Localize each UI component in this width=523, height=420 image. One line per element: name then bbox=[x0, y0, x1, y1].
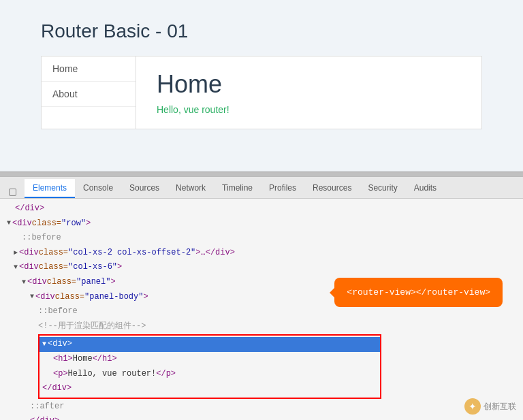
tab-console[interactable]: Console bbox=[75, 179, 121, 198]
highlighted-section: ▼ <div> <h1> Home </h1> <p> Hello, vue r… bbox=[5, 334, 518, 398]
tab-elements[interactable]: Elements bbox=[25, 179, 75, 198]
code-line-4: ► <div class= "col-xs-2 col-xs-offset-2"… bbox=[5, 246, 518, 261]
app-area: Home About Home Hello, vue router! bbox=[41, 56, 482, 129]
code-line-3: ::before bbox=[5, 231, 518, 246]
content-panel: Home Hello, vue router! bbox=[136, 56, 482, 129]
tab-timeline[interactable]: Timeline bbox=[214, 179, 261, 198]
tab-network[interactable]: Network bbox=[168, 179, 214, 198]
code-line-2: ▼ <div class= "row" > bbox=[5, 216, 518, 231]
tab-security[interactable]: Security bbox=[360, 179, 405, 198]
code-line-close-div: </div> bbox=[39, 381, 380, 396]
nav-item-home[interactable]: Home bbox=[42, 56, 136, 82]
content-text: Hello, vue router! bbox=[157, 104, 461, 115]
watermark-text: 创新互联 bbox=[484, 401, 516, 413]
devtools-icon: ▢ bbox=[5, 184, 19, 198]
tab-resources[interactable]: Resources bbox=[304, 179, 360, 198]
code-line-9: <!--用于渲染匹配的组件--> bbox=[5, 319, 518, 334]
tab-audits[interactable]: Audits bbox=[406, 179, 445, 198]
code-line-after: ::after bbox=[5, 400, 518, 415]
code-line-highlighted: ▼ <div> bbox=[39, 337, 380, 352]
devtools-panel: ▢ Elements Console Sources Network Timel… bbox=[0, 177, 523, 420]
watermark-icon: ✦ bbox=[464, 398, 481, 415]
tab-profiles[interactable]: Profiles bbox=[261, 179, 304, 198]
code-line-close-panel-body: </div> bbox=[5, 414, 518, 420]
page-title: Router Basic - 01 bbox=[41, 20, 482, 42]
nav-item-about[interactable]: About bbox=[42, 82, 136, 107]
devtools-content: </div> ▼ <div class= "row" > ::before ► … bbox=[0, 199, 523, 420]
devtools-separator bbox=[0, 172, 523, 177]
content-heading: Home bbox=[157, 70, 461, 99]
nav-panel: Home About bbox=[41, 56, 136, 129]
code-line-5: ▼ <div class= "col-xs-6" > bbox=[5, 260, 518, 275]
red-outline-box: ▼ <div> <h1> Home </h1> <p> Hello, vue r… bbox=[38, 334, 381, 398]
code-line-h1: <h1> Home </h1> bbox=[39, 352, 380, 367]
watermark: ✦ 创新互联 bbox=[464, 398, 516, 415]
code-line-1: </div> bbox=[5, 201, 518, 216]
code-line-p: <p> Hello, vue router! </p> bbox=[39, 367, 380, 382]
tab-sources[interactable]: Sources bbox=[121, 179, 168, 198]
router-view-tooltip: <router-view></router-view> bbox=[334, 278, 503, 307]
devtools-tabs: ▢ Elements Console Sources Network Timel… bbox=[0, 177, 523, 199]
browser-content-area: Router Basic - 01 Home About Home Hello,… bbox=[0, 0, 523, 172]
